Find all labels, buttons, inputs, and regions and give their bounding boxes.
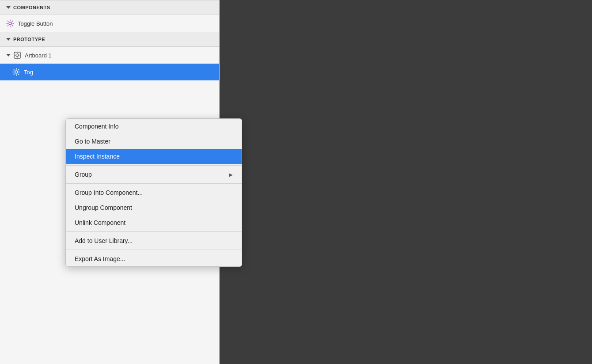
menu-item-unlink-component[interactable]: Unlink Component	[66, 215, 242, 230]
canvas-area[interactable]	[220, 0, 592, 364]
artboard-collapse-icon[interactable]	[6, 54, 11, 57]
components-title: COMPONENTS	[13, 5, 50, 10]
toggle-button-item[interactable]: Toggle Button	[0, 15, 219, 32]
menu-divider-3	[66, 231, 242, 232]
selected-toggle-item[interactable]: Tog	[0, 64, 219, 80]
prototype-collapse-icon[interactable]	[6, 38, 11, 41]
menu-item-export-as-image[interactable]: Export As Image...	[66, 251, 242, 266]
toggle-button-label: Toggle Button	[18, 20, 53, 27]
left-panel: COMPONENTS Toggle Button PROTOTYPE Artbo…	[0, 0, 220, 364]
menu-divider-1	[66, 165, 242, 166]
menu-item-go-to-master[interactable]: Go to Master	[66, 134, 242, 149]
svg-point-0	[9, 22, 11, 25]
menu-item-group-into-component[interactable]: Group Into Component...	[66, 185, 242, 200]
prototype-section-header[interactable]: PROTOTYPE	[0, 32, 219, 47]
components-section-header[interactable]: COMPONENTS	[0, 0, 219, 15]
menu-divider-4	[66, 250, 242, 250]
prototype-title: PROTOTYPE	[13, 37, 45, 42]
selected-gear-icon	[12, 68, 20, 76]
artboard-icon	[13, 51, 21, 59]
svg-point-2	[16, 54, 19, 57]
menu-divider-2	[66, 183, 242, 184]
group-submenu-arrow: ▶	[229, 172, 233, 177]
menu-item-inspect-instance[interactable]: Inspect Instance	[66, 149, 242, 164]
context-menu: Component Info Go to Master Inspect Inst…	[65, 118, 242, 267]
artboard-label: Artboard 1	[25, 52, 52, 59]
artboard-item[interactable]: Artboard 1	[0, 47, 219, 64]
menu-item-ungroup-component[interactable]: Ungroup Component	[66, 200, 242, 215]
selected-item-label: Tog	[24, 69, 33, 76]
components-collapse-icon[interactable]	[6, 6, 11, 9]
menu-item-group[interactable]: Group ▶	[66, 167, 242, 182]
svg-point-3	[15, 71, 18, 73]
menu-item-component-info[interactable]: Component Info	[66, 119, 242, 134]
menu-item-add-to-user-library[interactable]: Add to User Library...	[66, 233, 242, 248]
toggle-button-gear-icon	[6, 19, 14, 27]
